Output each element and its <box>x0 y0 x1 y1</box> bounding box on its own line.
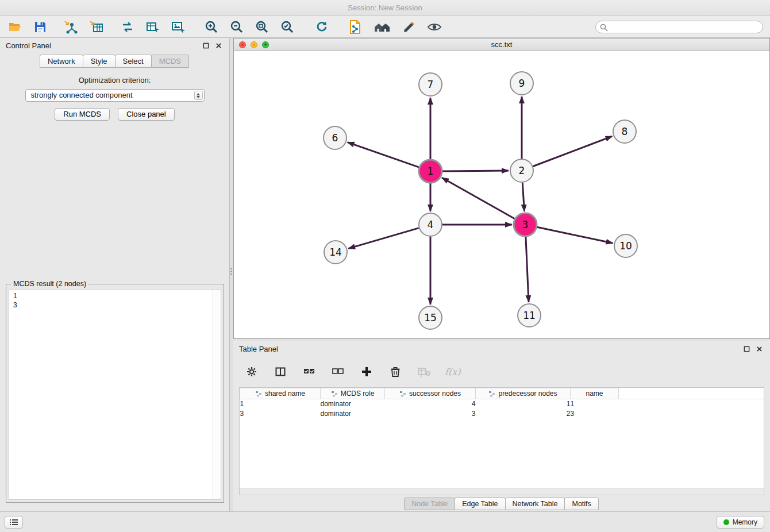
tab-mcds[interactable]: MCDS <box>151 55 189 68</box>
run-mcds-button[interactable]: Run MCDS <box>55 108 110 121</box>
close-table-panel-icon[interactable] <box>754 344 764 354</box>
tab-select[interactable]: Select <box>115 55 152 68</box>
tab-motifs[interactable]: Motifs <box>564 498 598 510</box>
mcds-result-line: 3 <box>13 300 217 310</box>
graph-node-label: 9 <box>519 78 525 89</box>
float-panel-icon[interactable] <box>201 40 211 51</box>
result-scrollbar[interactable] <box>213 290 221 499</box>
close-window-icon[interactable]: × <box>239 41 246 48</box>
session-group <box>0 19 48 35</box>
control-panel-header: Control Panel <box>0 38 229 53</box>
main-toolbar <box>0 16 770 38</box>
new-network-icon[interactable] <box>120 19 136 35</box>
maximize-window-icon[interactable]: + <box>262 41 269 48</box>
graph-node-label: 11 <box>523 310 536 321</box>
memory-status-icon <box>723 519 729 525</box>
graph-edge-1-6[interactable] <box>348 142 419 168</box>
graph-edge-3-1[interactable] <box>442 178 515 218</box>
column-type-icon <box>331 391 338 397</box>
tab-node-table[interactable]: Node Table <box>404 498 455 510</box>
graph-edge-2-8[interactable] <box>533 136 613 166</box>
zoom-fit-icon[interactable] <box>254 19 270 35</box>
column-type-icon <box>399 391 406 397</box>
table-row[interactable]: 1 dominator 4 1 1 <box>240 399 764 409</box>
open-folder-icon[interactable] <box>7 19 23 35</box>
minimize-window-icon[interactable]: − <box>251 41 257 48</box>
import-group <box>63 19 105 35</box>
add-column-icon[interactable] <box>359 364 375 380</box>
column-header[interactable]: successor nodes <box>385 388 476 399</box>
close-panel-icon[interactable] <box>213 40 224 51</box>
table-horizontal-scrollbar[interactable] <box>240 488 764 495</box>
node-table: shared name MCDS role successor nodes pr… <box>239 387 764 495</box>
close-panel-button[interactable]: Close panel <box>118 108 175 121</box>
network-window-title: scc.txt <box>491 40 513 49</box>
deselect-all-icon[interactable] <box>330 364 346 380</box>
column-header[interactable]: shared name <box>240 388 321 399</box>
optimization-criterion-label: Optimization criterion: <box>0 76 229 84</box>
graph-node-label: 8 <box>622 126 628 137</box>
control-panel: Control Panel Network Style Select MCDS … <box>0 38 230 511</box>
table-header-row: shared name MCDS role successor nodes pr… <box>240 388 764 399</box>
control-panel-tabs: Network Style Select MCDS <box>0 55 229 68</box>
view-group <box>347 19 442 35</box>
column-header[interactable]: MCDS role <box>321 388 385 399</box>
status-bar: Memory <box>0 511 770 532</box>
tab-network[interactable]: Network <box>40 55 83 68</box>
import-table-icon[interactable] <box>88 19 105 35</box>
apply-style-icon[interactable] <box>401 19 417 35</box>
divider-handle-icon <box>230 267 233 276</box>
export-image-icon[interactable] <box>170 19 186 35</box>
refresh-view-icon[interactable] <box>314 19 330 35</box>
memory-button[interactable]: Memory <box>717 516 764 529</box>
zoom-group <box>203 19 295 35</box>
show-columns-icon[interactable] <box>272 364 288 380</box>
table-panel-title: Table Panel <box>239 345 278 353</box>
network-tools-group <box>120 19 186 35</box>
network-canvas[interactable]: 7968124314101511 <box>234 51 769 338</box>
table-settings-gear-icon[interactable] <box>244 364 260 380</box>
graph-node-label: 4 <box>428 219 434 230</box>
tab-style[interactable]: Style <box>83 55 116 68</box>
clone-network-icon[interactable] <box>347 19 363 35</box>
mcds-result-title: MCDS result (2 nodes) <box>11 280 88 288</box>
tab-network-table[interactable]: Network Table <box>505 498 565 510</box>
show-hide-panel-icon[interactable] <box>426 19 442 35</box>
search-input[interactable] <box>595 21 763 33</box>
table-row[interactable]: 3 dominator 3 2 3 <box>240 409 764 419</box>
table-toolbar: f(x) <box>244 362 460 381</box>
optimization-dropdown-value: strongly connected component <box>31 91 133 99</box>
graph-edge-3-10[interactable] <box>537 227 613 243</box>
column-header[interactable]: name <box>571 388 619 399</box>
home-icon[interactable] <box>372 19 392 35</box>
column-header[interactable]: predecessor nodes <box>476 388 571 399</box>
table-panel-tabs: Node Table Edge Table Network Table Moti… <box>233 498 770 510</box>
column-type-icon <box>255 391 262 397</box>
graph-node-label: 1 <box>428 165 434 177</box>
delete-table-icon <box>416 364 432 380</box>
graph-edge-1-2[interactable] <box>442 171 509 171</box>
memory-label: Memory <box>733 518 757 526</box>
window-title: Session: New Session <box>348 3 422 12</box>
mcds-result-box: MCDS result (2 nodes) 1 3 <box>6 280 224 503</box>
graph-edge-3-11[interactable] <box>526 237 529 302</box>
optimization-dropdown[interactable]: strongly connected component <box>25 89 205 102</box>
window-titlebar[interactable]: Session: New Session <box>0 0 770 16</box>
mcds-result-area[interactable]: 1 3 <box>9 289 221 500</box>
delete-column-icon[interactable] <box>387 364 403 380</box>
zoom-selected-icon[interactable] <box>279 19 295 35</box>
network-window-titlebar[interactable]: × − + scc.txt <box>234 38 769 51</box>
select-all-icon[interactable] <box>301 364 317 380</box>
zoom-in-icon[interactable] <box>203 19 220 35</box>
tab-edge-table[interactable]: Edge Table <box>455 498 505 510</box>
graph-node-label: 2 <box>519 165 525 176</box>
zoom-out-icon[interactable] <box>229 19 245 35</box>
graph-edge-4-14[interactable] <box>348 228 419 249</box>
graph-edge-2-3[interactable] <box>522 183 524 211</box>
export-table-icon[interactable] <box>145 19 161 35</box>
dropdown-stepper-icon <box>194 91 203 100</box>
save-session-icon[interactable] <box>32 19 48 35</box>
task-history-icon[interactable] <box>5 516 23 529</box>
float-table-panel-icon[interactable] <box>741 344 752 354</box>
import-network-icon[interactable] <box>63 19 79 35</box>
